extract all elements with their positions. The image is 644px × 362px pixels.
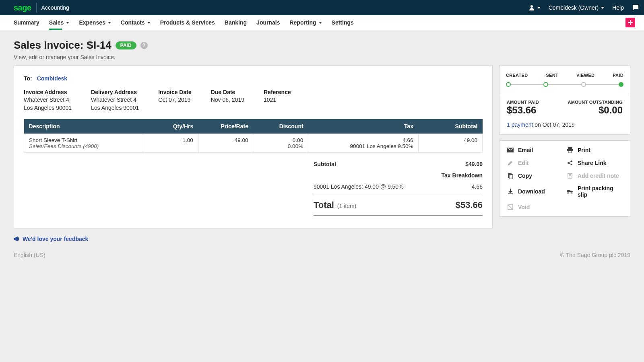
feedback-link[interactable]: We'd love your feedback <box>14 236 88 242</box>
invoice-to-row: To: Combidesk <box>24 75 483 82</box>
timeline-created: CREATED <box>506 73 528 78</box>
item-discount-pct: 0.00% <box>258 143 303 149</box>
item-description: Short Sleeve T-Shirt <box>29 137 138 143</box>
topbar: sage Accounting Combidesk (Owner) Help <box>0 0 644 15</box>
copy-icon <box>507 172 514 179</box>
footer: English (US) © The Sage Group plc 2019 <box>0 249 644 266</box>
brand-divider <box>36 3 37 12</box>
brand: sage Accounting <box>14 3 69 12</box>
col-discount: Discount <box>253 119 308 134</box>
amount-outstanding-block: AMOUNT OUTSTANDING $0.00 <box>568 100 623 116</box>
share-icon <box>566 159 574 167</box>
payment-line: 1 payment on Oct 07, 2019 <box>500 121 630 134</box>
page-header-area: Sales Invoice: SI-14 PAID ? View, edit o… <box>0 30 644 65</box>
tax-line-value: 4.66 <box>472 183 483 190</box>
void-icon <box>507 204 514 211</box>
dot-viewed <box>581 82 586 87</box>
copyright: © The Sage Group plc 2019 <box>560 252 630 258</box>
pencil-icon <box>507 159 514 167</box>
nav-sales[interactable]: Sales <box>44 15 74 30</box>
total-items: (1 item) <box>337 203 356 209</box>
page-subtitle: View, edit or manage your Sales Invoice. <box>14 54 630 60</box>
user-icon-menu[interactable] <box>528 4 541 11</box>
action-copy[interactable]: Copy <box>507 172 563 179</box>
nav-expenses[interactable]: Expenses <box>74 15 116 30</box>
action-print[interactable]: Print <box>566 146 623 154</box>
product-name: Accounting <box>41 4 69 11</box>
item-subtotal: 49.00 <box>418 134 483 153</box>
col-subtotal: Subtotal <box>418 119 483 134</box>
timeline-sent: SENT <box>546 73 558 78</box>
chat-icon-button[interactable] <box>632 4 639 11</box>
item-tax: 4.66 <box>313 137 413 143</box>
totals-divider <box>314 195 483 195</box>
col-description: Description <box>24 119 143 134</box>
invoice-line-table: Description Qty/Hrs Price/Rate Discount … <box>24 119 483 153</box>
subtotal-value: $49.00 <box>465 161 483 167</box>
reference-block: Reference 1021 <box>264 89 291 112</box>
plus-icon <box>627 20 633 25</box>
timeline-viewed: VIEWED <box>576 73 594 78</box>
timeline-paid: PAID <box>613 73 623 78</box>
action-edit: Edit <box>507 159 563 167</box>
owner-menu[interactable]: Combidesk (Owner) <box>549 4 604 11</box>
caret-down-icon <box>537 7 541 9</box>
due-date-block: Due Date Nov 06, 2019 <box>211 89 244 112</box>
page-title: Sales Invoice: SI-14 <box>14 39 111 51</box>
dot-paid <box>619 82 623 87</box>
nav-banking[interactable]: Banking <box>220 15 252 30</box>
navbar: Summary Sales Expenses Contacts Products… <box>0 15 644 30</box>
nav-contacts[interactable]: Contacts <box>116 15 155 30</box>
svg-rect-13 <box>567 190 570 192</box>
actions-card: Email Print Edit Share Link Copy <box>499 140 630 217</box>
nav-journals[interactable]: Journals <box>252 15 285 30</box>
action-share[interactable]: Share Link <box>566 159 623 167</box>
table-row: Short Sleeve T-Shirt Sales/Fees Discount… <box>24 134 483 153</box>
action-packing-slip[interactable]: Print packing slip <box>566 185 623 198</box>
email-icon <box>507 146 514 154</box>
customer-link[interactable]: Combidesk <box>37 75 67 82</box>
total-amount: $53.66 <box>456 200 483 210</box>
caret-down-icon <box>108 22 111 24</box>
help-link[interactable]: Help <box>612 4 624 11</box>
logo: sage <box>14 3 31 12</box>
dot-sent <box>543 82 548 87</box>
tax-breakdown-label: Tax Breakdown <box>442 172 483 179</box>
totals-section: Subtotal $49.00 Tax Breakdown 90001 Los … <box>24 158 483 218</box>
total-label: Total <box>314 200 334 210</box>
svg-rect-2 <box>628 22 633 23</box>
delivery-address-block: Delivery Address Whatever Street 4 Los A… <box>91 89 139 112</box>
to-label: To: <box>24 75 32 82</box>
nav-reporting[interactable]: Reporting <box>285 15 326 30</box>
nav-products-services[interactable]: Products & Services <box>155 15 220 30</box>
nav-settings[interactable]: Settings <box>327 15 359 30</box>
credit-note-icon <box>566 172 574 179</box>
amount-paid-block: AMOUNT PAID $53.66 <box>507 100 539 116</box>
item-ledger: Sales/Fees Discounts (4900) <box>29 143 138 149</box>
invoice-date-block: Invoice Date Oct 07, 2019 <box>158 89 191 112</box>
invoice-address-block: Invoice Address Whatever Street 4 Los An… <box>24 89 72 112</box>
status-timeline: CREATED SENT VIEWED PAID <box>500 66 630 94</box>
item-price: 49.00 <box>198 134 253 153</box>
quick-add-button[interactable] <box>625 18 635 27</box>
megaphone-icon <box>14 236 20 242</box>
truck-icon <box>566 188 574 195</box>
status-amounts-card: CREATED SENT VIEWED PAID <box>499 65 630 135</box>
payment-date: on Oct 07, 2019 <box>533 121 575 128</box>
item-discount: 0.00 <box>258 137 303 143</box>
action-email[interactable]: Email <box>507 146 563 154</box>
svg-point-14 <box>568 192 569 194</box>
action-download[interactable]: Download <box>507 185 563 198</box>
help-icon[interactable]: ? <box>140 42 148 49</box>
item-qty: 1.00 <box>143 134 198 153</box>
owner-label: Combidesk (Owner) <box>549 4 599 11</box>
download-icon <box>507 188 514 195</box>
svg-rect-12 <box>508 193 513 194</box>
tax-line-label: 90001 Los Angeles: 49.00 @ 9.50% <box>314 183 404 190</box>
col-qty: Qty/Hrs <box>143 119 198 134</box>
col-tax: Tax <box>308 119 418 134</box>
language-selector[interactable]: English (US) <box>14 252 45 258</box>
svg-point-0 <box>530 5 533 8</box>
nav-summary[interactable]: Summary <box>14 15 44 30</box>
payment-link[interactable]: 1 payment <box>507 121 533 128</box>
